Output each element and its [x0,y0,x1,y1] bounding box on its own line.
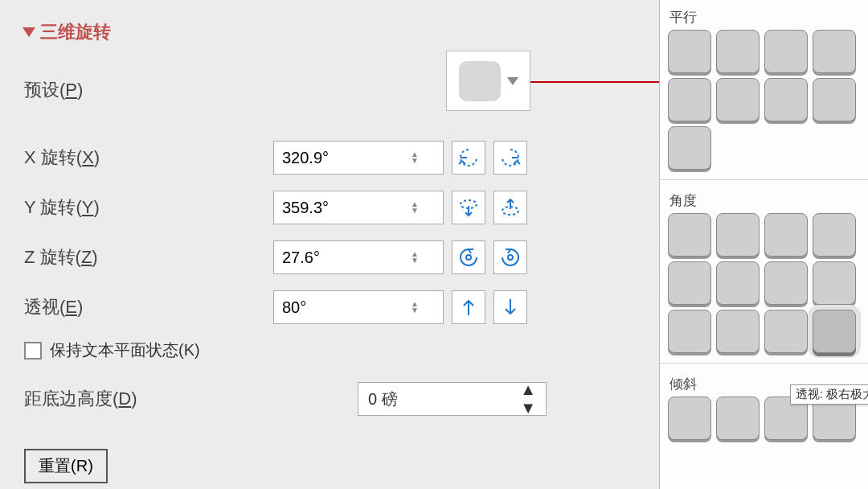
gallery-grid-angle [660,213,868,360]
gallery-divider [660,179,868,180]
section-header[interactable]: 三维旋转 [24,20,635,44]
y-rotation-row: Y 旋转(Y) ▲▼ [24,190,635,225]
arrow-down-icon [499,296,522,318]
perspective-up-button[interactable] [452,290,485,324]
z-rotation-label: Z 旋转(Z) [24,245,273,269]
preset-thumb[interactable] [764,30,808,73]
z-rotation-input[interactable]: ▲▼ [273,240,444,274]
rotate-x-left-button[interactable] [452,141,485,175]
keep-text-flat-label: 保持文本平面状态(K) [50,339,200,361]
preset-thumb[interactable] [716,397,760,440]
x-rotation-label: X 旋转(X) [24,146,273,170]
preset-row: 预设(P) [24,72,635,108]
rotate-z-cw-button[interactable] [493,240,527,274]
arrow-up-icon [457,296,480,318]
preset-thumb[interactable] [668,78,711,121]
keep-text-flat-checkbox[interactable] [24,342,42,360]
preset-thumb[interactable] [668,310,711,353]
x-rotation-field[interactable] [282,149,411,167]
preset-thumb[interactable] [813,78,856,121]
preset-thumbnail [459,61,501,101]
spinner-arrows[interactable]: ▲▼ [411,301,419,314]
preset-thumb[interactable] [668,397,711,440]
gallery-divider [660,363,868,364]
z-rotation-row: Z 旋转(Z) ▲▼ [24,240,635,275]
spinner-arrows[interactable]: ▲▼ [411,151,419,164]
preset-thumb[interactable] [764,261,808,305]
rotate-z-ccw-button[interactable] [452,240,485,274]
preset-thumb[interactable] [668,30,711,73]
rotate-down-icon [499,196,522,219]
preset-thumb[interactable] [668,213,711,257]
preset-gallery: 平行 角度 倾斜 [659,0,868,489]
chevron-down-icon [507,77,518,85]
distance-input[interactable]: 0 磅 ▲▼ [358,382,547,416]
spinner-arrows[interactable]: ▲▼ [411,201,419,214]
perspective-label: 透视(E) [24,295,273,319]
rotate-y-down-button[interactable] [493,191,527,224]
rotate-up-icon [457,196,480,219]
rotate-x-right-button[interactable] [493,141,527,175]
preset-label: 预设(P) [24,78,273,102]
preset-thumb[interactable] [668,261,711,305]
distance-row: 距底边高度(D) 0 磅 ▲▼ [24,381,635,417]
svg-point-3 [508,255,513,260]
x-rotation-row: X 旋转(X) ▲▼ [24,140,635,175]
preset-thumb-selected[interactable] [813,310,856,353]
y-rotation-field[interactable] [282,199,411,217]
gallery-grid-parallel [660,30,868,176]
preset-dropdown[interactable] [446,51,530,111]
spinner-arrows[interactable]: ▲▼ [520,380,536,417]
collapse-triangle-icon [23,27,35,37]
distance-value: 0 磅 [368,388,520,410]
distance-label: 距底边高度(D) [24,387,273,411]
reset-button[interactable]: 重置(R) [24,449,108,483]
rotate-cw-icon [499,246,522,269]
keep-text-flat-row[interactable]: 保持文本平面状态(K) [24,339,635,361]
rotation-panel: 三维旋转 预设(P) X 旋转(X) ▲▼ Y 旋转(Y) [0,0,659,489]
svg-point-2 [466,255,471,260]
spinner-arrows[interactable]: ▲▼ [411,251,419,264]
preset-thumb[interactable] [716,310,760,353]
preset-tooltip: 透视: 极右极大 [790,384,868,405]
y-rotation-input[interactable]: ▲▼ [273,191,444,224]
perspective-row: 透视(E) ▲▼ [24,290,635,325]
gallery-group-parallel: 平行 [660,0,868,30]
preset-thumb[interactable] [716,78,760,121]
perspective-down-button[interactable] [493,290,527,324]
rotate-left-icon [457,146,480,169]
preset-thumb[interactable] [764,310,808,353]
preset-thumb[interactable] [813,261,856,305]
preset-thumb[interactable] [716,30,760,73]
preset-thumb[interactable] [668,126,711,170]
gallery-group-angle: 角度 [660,183,868,213]
perspective-field[interactable] [282,298,411,317]
rotate-right-icon [499,146,522,169]
preset-thumb[interactable] [813,213,856,257]
x-rotation-input[interactable]: ▲▼ [273,141,444,175]
rotate-ccw-icon [457,246,480,269]
preset-thumb[interactable] [764,213,808,257]
preset-thumb[interactable] [764,78,808,121]
section-title: 三维旋转 [40,20,111,44]
perspective-input[interactable]: ▲▼ [273,290,444,324]
preset-thumb[interactable] [716,261,760,305]
preset-thumb[interactable] [813,30,856,73]
z-rotation-field[interactable] [282,249,411,267]
preset-thumb[interactable] [716,213,760,257]
rotate-y-up-button[interactable] [452,191,485,224]
y-rotation-label: Y 旋转(Y) [24,195,273,220]
